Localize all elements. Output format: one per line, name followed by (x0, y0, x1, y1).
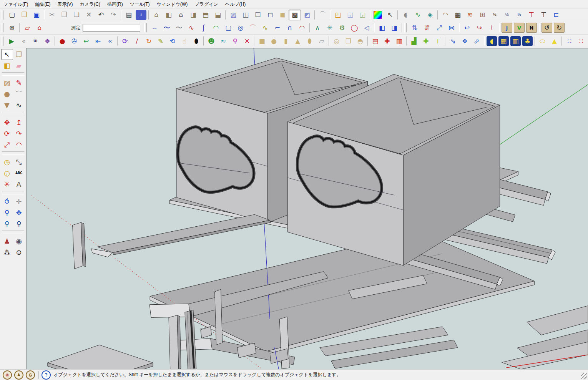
delete-red-button[interactable]: ✕ (241, 36, 253, 46)
draw-rounded-box-button[interactable]: ❒ (342, 36, 354, 46)
round-corner-bevel-button[interactable]: ◲ (356, 10, 369, 20)
position-camera-button[interactable]: ♟ (1, 236, 13, 247)
vector-push-pull-button[interactable]: V (514, 23, 525, 33)
geolocation-icon[interactable]: ◉ (3, 370, 12, 380)
select-tool-button[interactable]: ↖ (1, 49, 13, 60)
subdivide-smooth-button[interactable]: ▦ (452, 10, 464, 20)
soap-skin-button[interactable]: ∿ (412, 10, 424, 20)
spiral-tool-button[interactable]: ◎ (234, 22, 247, 33)
move-tool-button[interactable]: ✥ (1, 117, 13, 128)
open-file-button[interactable]: ❐ (18, 10, 30, 20)
align-middle-button[interactable]: ✚ (420, 36, 432, 46)
camera-grid-button[interactable]: ▦ (498, 36, 509, 46)
arc-tool-button[interactable]: ⌒ (247, 22, 259, 33)
geodesic-tool-button[interactable]: ◈ (424, 10, 436, 20)
c-curve-button[interactable]: ◠ (296, 22, 308, 33)
spring-tool-button[interactable]: ≈ (217, 36, 229, 46)
poly-reduce-button[interactable]: ½ (488, 10, 501, 20)
play-animation-button[interactable]: ▶ (6, 36, 18, 46)
copy-button[interactable]: ❐ (58, 10, 70, 20)
zoom-previous-button[interactable]: ⚲ (13, 218, 25, 229)
shell-tool-button[interactable]: ◖ (399, 10, 412, 20)
draw-cone-button[interactable]: ▲ (292, 36, 304, 46)
video-export-button[interactable]: ✇ (68, 36, 80, 46)
view-left-button[interactable]: ◧ (163, 10, 175, 20)
save-file-button[interactable]: ▣ (30, 10, 43, 20)
stretch-tool-button[interactable]: ⤢ (433, 22, 445, 33)
menu-item-7[interactable]: ウィンドウ(W) (153, 0, 191, 9)
move-up-down-button[interactable]: ⇅ (409, 22, 421, 33)
previous-frames-button[interactable]: « (104, 36, 116, 46)
rotate-right-button[interactable]: ↪ (473, 22, 485, 33)
draw-cylinder-button[interactable]: ▮ (280, 36, 292, 46)
distribute-right-button[interactable]: ⇗ (471, 36, 483, 46)
arc-tool-left-button[interactable]: ⌒ (13, 88, 25, 100)
look-around-button[interactable]: ◉ (13, 236, 25, 247)
drop-down-button[interactable]: ⇵ (421, 22, 433, 33)
subdivide-button[interactable]: ◠ (439, 10, 452, 20)
tube-tool-button[interactable]: ⊤ (525, 10, 538, 20)
joint-push-pull-button[interactable]: J (502, 23, 512, 33)
polyline-curve-button[interactable]: 〜 (161, 22, 173, 33)
view-right-button[interactable]: ◨ (187, 10, 199, 20)
draw-plane-button[interactable]: ▱ (316, 36, 327, 46)
viewport-3d[interactable] (26, 48, 588, 369)
draw-capsule-button[interactable]: ⬮ (304, 36, 316, 46)
print-button[interactable]: ▤ (123, 10, 135, 20)
rotate-view-tool-button[interactable]: ⊛ (6, 22, 18, 33)
first-frame-button[interactable]: ⇤ (92, 36, 104, 46)
black-ellipse-button[interactable]: ⬮ (190, 36, 202, 46)
menu-item-6[interactable]: ツール(T) (126, 0, 153, 9)
credits-icon[interactable]: G (26, 370, 35, 380)
person-icon[interactable]: ♟ (14, 370, 23, 380)
view-top-button[interactable]: ⬓ (212, 10, 224, 20)
model-info-button[interactable]: i (136, 10, 146, 20)
line-tool-button[interactable]: ✎ (13, 77, 25, 88)
ui-toggle-button[interactable]: UI (30, 36, 42, 46)
sine-curve-button[interactable]: ∿ (185, 22, 198, 33)
toolbar-grip[interactable] (144, 23, 147, 32)
scale-tool-button[interactable]: ⤢ (1, 139, 13, 150)
round-corner-round-button[interactable]: ◱ (344, 10, 356, 20)
bend-pipe-button[interactable]: ⌇ (485, 22, 498, 33)
channel-tool-button[interactable]: ⊏ (550, 10, 562, 20)
shear-tool-button[interactable]: ◨ (388, 22, 400, 33)
section-plane-button[interactable]: ▱ (21, 22, 33, 33)
u-curve-button[interactable]: ∩ (284, 22, 296, 33)
make-component-button[interactable]: ❐ (13, 49, 25, 60)
draw-sphere-button[interactable]: ● (268, 36, 280, 46)
align-right-button[interactable]: ▥ (393, 36, 405, 46)
toolbar-grip[interactable] (2, 10, 4, 20)
color-picker-button[interactable] (372, 10, 384, 20)
extrude-curl-right-button[interactable]: ↻ (554, 23, 565, 33)
polygon-tool-button[interactable]: ▼ (1, 100, 13, 111)
resize-grip-icon[interactable] (581, 373, 587, 379)
zoom-tool-button[interactable]: ⚲ (1, 207, 13, 218)
mirror-tool-button[interactable]: ⋈ (445, 22, 458, 33)
eraser-tool-button[interactable]: ▰ (13, 60, 25, 71)
rectangle-tool-button[interactable]: ▨ (1, 77, 13, 88)
pin-tool-button[interactable]: ⚲ (229, 36, 241, 46)
menu-item-2[interactable]: 編集(E) (32, 0, 54, 9)
3d-text-tool-button[interactable]: A (13, 179, 25, 190)
pan-tool-button[interactable]: ✛ (13, 196, 25, 207)
paste-button[interactable]: ❏ (70, 10, 83, 20)
section-display-button[interactable]: ⌂ (33, 22, 46, 33)
skew-tool-button[interactable]: ◧ (376, 22, 388, 33)
cloud-curve-button[interactable]: 〜 (173, 22, 185, 33)
refresh-orange-button[interactable]: ↻ (143, 36, 155, 46)
freehand-tool-button[interactable]: ∿ (13, 100, 25, 111)
text-tool-button[interactable]: ABC (13, 168, 25, 179)
film-strip-button[interactable]: ▥ (510, 36, 521, 46)
style-wireframe-button[interactable]: ☐ (252, 10, 264, 20)
green-creature-button[interactable]: ☻ (205, 36, 217, 46)
color-dots-multi-button[interactable]: ∷ (575, 36, 587, 46)
dimension-tool-button[interactable]: ⤡ (13, 156, 25, 168)
style-xray-button[interactable]: ▨ (227, 10, 239, 20)
face-reduce-button[interactable]: ½ (513, 10, 525, 20)
zigzag-curve-button[interactable]: ∿ (259, 22, 271, 33)
previous-scene-button[interactable]: « (18, 36, 30, 46)
style-shaded-button[interactable]: ◼ (276, 10, 289, 20)
select-axes-button[interactable]: ↖ (384, 10, 396, 20)
style-hidden-line-button[interactable]: ◻ (264, 10, 276, 20)
